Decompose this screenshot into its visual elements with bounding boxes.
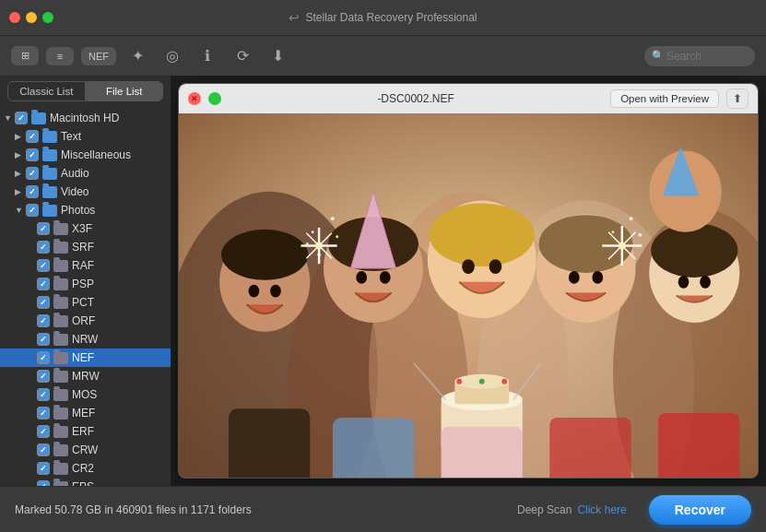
folder-icon: [53, 278, 68, 290]
svg-point-59: [700, 276, 711, 289]
tree-item-mef[interactable]: MEF: [0, 404, 171, 422]
checkbox-video[interactable]: [26, 185, 39, 198]
item-label-nrw: NRW: [72, 333, 98, 346]
preview-photo: [179, 113, 758, 478]
folder-icon: [53, 426, 68, 438]
preview-expand-button[interactable]: [208, 92, 221, 105]
tree-item-eps[interactable]: EPS: [0, 478, 171, 486]
folder-icon: [53, 242, 68, 254]
toolbar-btn-star[interactable]: ✦: [124, 42, 151, 70]
item-label-nef: NEF: [72, 351, 94, 364]
folder-icon: [53, 315, 68, 327]
checkbox-raf[interactable]: [37, 259, 50, 272]
checkbox-nrw[interactable]: [37, 333, 50, 346]
tree-item-video[interactable]: ▶ Video: [0, 183, 171, 201]
item-label-miscellaneous: Miscellaneous: [61, 148, 131, 161]
checkbox-audio[interactable]: [26, 167, 39, 180]
tree-item-srf[interactable]: SRF: [0, 238, 171, 256]
svg-point-54: [462, 259, 475, 274]
preview-close-button[interactable]: [188, 92, 201, 105]
checkbox-miscellaneous[interactable]: [26, 148, 39, 161]
checkbox-orf[interactable]: [37, 314, 50, 327]
close-button[interactable]: [9, 12, 20, 23]
tree-item-cr2[interactable]: CR2: [0, 459, 171, 478]
checkbox-srf[interactable]: [37, 241, 50, 254]
search-input[interactable]: [644, 46, 755, 66]
tree-item-mrw[interactable]: MRW: [0, 367, 171, 385]
tab-classic-list[interactable]: Classic List: [7, 81, 86, 101]
status-bar: Marked 50.78 GB in 460901 files in 1171 …: [0, 486, 766, 532]
svg-point-57: [592, 271, 603, 284]
tree-item-text[interactable]: ▶ Text: [0, 127, 171, 146]
folder-icon: [53, 334, 68, 346]
item-label-video: Video: [61, 185, 88, 198]
tree-item-crw[interactable]: CRW: [0, 441, 171, 459]
checkbox-x3f[interactable]: [37, 222, 50, 235]
tree-item-miscellaneous[interactable]: ▶ Miscellaneous: [0, 146, 171, 164]
tree-item-x3f[interactable]: X3F: [0, 219, 171, 238]
arrow-icon: ▼: [4, 113, 15, 123]
item-label-photos: Photos: [61, 204, 95, 217]
title-bar: ↩ Stellar Data Recovery Professional: [0, 0, 766, 35]
checkbox-mrw[interactable]: [37, 370, 50, 383]
tree-item-nef[interactable]: NEF: [0, 349, 171, 367]
toolbar-btn-view1[interactable]: ⊞: [11, 46, 39, 65]
minimize-button[interactable]: [26, 12, 37, 23]
back-icon: ↩: [289, 10, 300, 25]
tree-item-orf[interactable]: ORF: [0, 312, 171, 330]
tree-item-macintosh-hd[interactable]: ▼ Macintosh HD: [0, 109, 171, 127]
checkbox-photos[interactable]: [26, 204, 39, 217]
folder-icon: [42, 168, 57, 180]
tree-item-nrw[interactable]: NRW: [0, 330, 171, 349]
tree-item-psp[interactable]: PSP: [0, 275, 171, 293]
folder-icon: [42, 149, 57, 161]
checkbox-mos[interactable]: [37, 388, 50, 401]
tree-item-photos[interactable]: ▼ Photos: [0, 201, 171, 219]
item-label-psp: PSP: [72, 278, 94, 290]
tree-item-pct[interactable]: PCT: [0, 293, 171, 312]
share-button[interactable]: ⬆: [726, 89, 748, 109]
toolbar-btn-nef[interactable]: NEF: [81, 47, 116, 65]
folder-icon: [53, 297, 68, 309]
checkbox-crw[interactable]: [37, 443, 50, 456]
svg-point-35: [630, 217, 633, 220]
checkbox-cr2[interactable]: [37, 462, 50, 475]
tree-item-erf[interactable]: ERF: [0, 422, 171, 441]
checkbox-erf[interactable]: [37, 425, 50, 438]
checkbox-pct[interactable]: [37, 296, 50, 309]
item-label-orf: ORF: [72, 314, 95, 327]
search-wrapper: 🔍: [644, 46, 755, 66]
folder-icon: [31, 112, 46, 124]
maximize-button[interactable]: [42, 12, 53, 23]
item-label-mrw: MRW: [72, 370, 100, 383]
checkbox-nef[interactable]: [37, 351, 50, 364]
toolbar-btn-view2[interactable]: ≡: [46, 47, 74, 65]
folder-icon: [42, 205, 57, 217]
svg-point-24: [315, 242, 323, 250]
toolbar-btn-info[interactable]: ℹ: [194, 42, 221, 70]
svg-point-51: [270, 285, 281, 298]
toolbar-btn-save[interactable]: ⬇: [264, 42, 291, 70]
toolbar-btn-restore[interactable]: ⟳: [229, 42, 256, 70]
svg-rect-48: [549, 418, 630, 478]
checkbox-text[interactable]: [26, 130, 39, 143]
tree-item-audio[interactable]: ▶ Audio: [0, 164, 171, 183]
checkbox-macintosh-hd[interactable]: [15, 112, 28, 124]
folder-icon: [53, 260, 68, 272]
list-tabs: Classic List File List: [0, 76, 171, 107]
checkbox-mef[interactable]: [37, 407, 50, 420]
app-title: Stellar Data Recovery Professional: [305, 11, 477, 24]
recover-button[interactable]: Recover: [649, 495, 751, 525]
arrow-icon: ▶: [15, 132, 26, 141]
click-here-link[interactable]: Click here: [577, 503, 626, 516]
folder-icon: [53, 408, 68, 420]
checkbox-psp[interactable]: [37, 278, 50, 290]
item-label-macintosh-hd: Macintosh HD: [50, 112, 119, 124]
open-with-preview-button[interactable]: Open with Preview: [610, 89, 719, 108]
preview-panel: -DSC0002.NEF Open with Preview ⬆: [171, 76, 766, 486]
svg-point-43: [479, 379, 485, 384]
tree-item-mos[interactable]: MOS: [0, 385, 171, 404]
tab-file-list[interactable]: File List: [86, 81, 164, 101]
toolbar-btn-scan[interactable]: ◎: [159, 42, 186, 70]
tree-item-raf[interactable]: RAF: [0, 256, 171, 275]
